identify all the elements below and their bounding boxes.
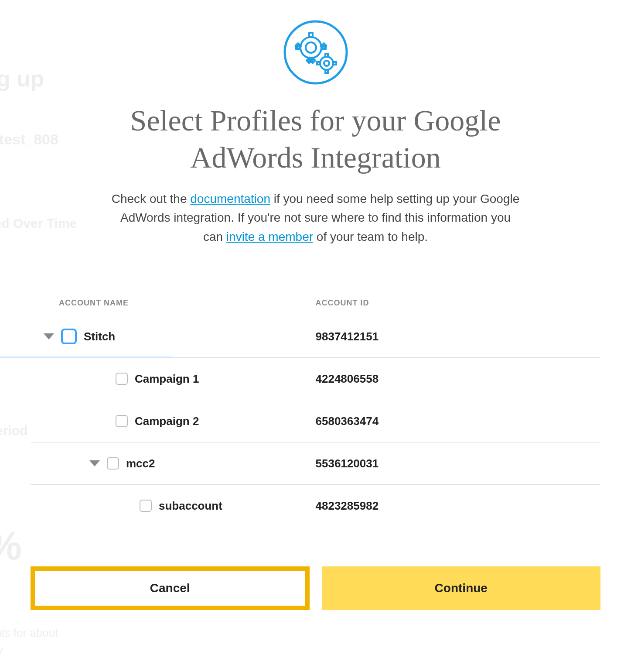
documentation-link[interactable]: documentation — [190, 192, 270, 206]
account-row: Campaign 1 4224806558 — [31, 358, 600, 400]
table-header: ACCOUNT NAME ACCOUNT ID — [31, 298, 600, 315]
cancel-button[interactable]: Cancel — [31, 566, 310, 610]
account-name: Stitch — [84, 330, 115, 343]
account-row: mcc2 5536120031 — [31, 442, 600, 485]
invite-member-link[interactable]: invite a member — [226, 230, 313, 243]
modal-footer: Cancel Continue — [31, 566, 600, 610]
column-account-id: ACCOUNT ID — [316, 298, 601, 308]
account-name: subaccount — [159, 499, 222, 513]
account-id: 4224806558 — [316, 372, 601, 386]
account-name: Campaign 2 — [135, 415, 199, 428]
svg-point-2 — [300, 37, 321, 58]
account-id: 5536120031 — [316, 457, 601, 470]
account-id: 4823285982 — [316, 499, 601, 513]
account-name: mcc2 — [126, 457, 155, 470]
column-account-name: ACCOUNT NAME — [31, 298, 316, 308]
account-name: Campaign 1 — [135, 372, 199, 386]
account-row: Campaign 2 6580363474 — [31, 400, 600, 442]
account-row: Stitch 9837412151 — [31, 315, 600, 358]
account-checkbox[interactable] — [107, 457, 119, 470]
svg-rect-14 — [325, 70, 328, 73]
subtitle-text: Check out the — [112, 192, 191, 206]
accounts-table: ACCOUNT NAME ACCOUNT ID Stitch 983741215… — [31, 298, 600, 527]
svg-rect-3 — [309, 33, 313, 37]
modal-title: Select Profiles for your Google AdWords … — [76, 102, 556, 176]
continue-button[interactable]: Continue — [322, 566, 601, 610]
gears-icon — [283, 20, 348, 87]
account-id: 9837412151 — [316, 330, 601, 343]
modal-subtitle: Check out the documentation if you need … — [111, 189, 521, 246]
svg-rect-16 — [333, 62, 336, 65]
account-checkbox[interactable] — [116, 373, 128, 385]
svg-point-1 — [306, 42, 316, 53]
svg-rect-13 — [325, 54, 328, 57]
account-checkbox[interactable] — [61, 329, 77, 344]
subtitle-text: of your team to help. — [313, 230, 428, 243]
svg-point-0 — [285, 21, 347, 83]
chevron-down-icon[interactable] — [89, 460, 100, 466]
svg-point-11 — [320, 57, 333, 70]
profile-select-modal: Select Profiles for your Google AdWords … — [0, 0, 631, 662]
chevron-down-icon[interactable] — [44, 333, 54, 339]
account-row: subaccount 4823285982 — [31, 485, 600, 527]
account-checkbox[interactable] — [116, 415, 128, 427]
account-checkbox[interactable] — [140, 500, 152, 512]
account-id: 6580363474 — [316, 415, 601, 428]
svg-rect-15 — [317, 62, 320, 65]
